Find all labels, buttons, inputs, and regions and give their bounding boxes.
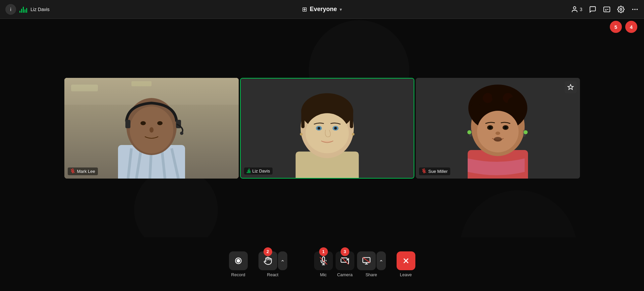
top-bar: i Liz Davis ⊞ Everyone ▾ 3 — [0, 0, 644, 19]
react-badge: 2 — [264, 247, 272, 256]
top-bar-center: ⊞ Everyone ▾ — [302, 6, 342, 13]
liz-active-mic — [247, 168, 250, 173]
leave-group: Leave — [397, 251, 415, 277]
svg-point-5 — [637, 9, 638, 10]
participants-count: 3 — [580, 7, 582, 12]
badge-5[interactable]: 5 — [610, 21, 622, 33]
svg-point-57 — [489, 126, 491, 129]
share-button[interactable] — [357, 251, 376, 270]
settings-icon[interactable] — [617, 6, 625, 13]
react-btn-row: 2 — [258, 251, 287, 270]
share-btn-row — [357, 251, 386, 270]
camera-badge: 3 — [341, 247, 349, 256]
svg-point-38 — [317, 127, 320, 130]
info-icon[interactable]: i — [5, 4, 16, 15]
svg-rect-32 — [301, 108, 304, 128]
svg-point-3 — [632, 9, 634, 10]
react-chevron[interactable] — [278, 251, 287, 270]
svg-point-52 — [471, 103, 481, 114]
share-chevron[interactable] — [376, 251, 386, 270]
svg-point-59 — [495, 132, 500, 135]
svg-point-20 — [140, 121, 146, 125]
mic-bar-3 — [249, 168, 249, 173]
video-tile-mark: Mark Lee — [64, 78, 239, 179]
everyone-label[interactable]: Everyone — [310, 6, 337, 13]
svg-point-62 — [467, 130, 471, 134]
svg-point-4 — [634, 9, 636, 10]
svg-point-48 — [483, 93, 493, 103]
svg-point-64 — [524, 130, 528, 134]
react-label: React — [267, 272, 279, 277]
sue-photo — [416, 78, 580, 179]
bottom-toolbar: Record 2 React — [0, 237, 644, 291]
react-group: 2 React — [258, 251, 287, 277]
camera-label: Camera — [337, 272, 352, 277]
top-bar-right: 3 — [342, 6, 639, 13]
leave-button[interactable] — [397, 251, 415, 270]
svg-rect-33 — [350, 108, 353, 128]
liz-name: Liz Davis — [252, 168, 270, 174]
svg-point-49 — [492, 90, 504, 102]
mark-label: Mark Lee — [68, 167, 98, 175]
svg-point-2 — [620, 8, 622, 10]
react-button[interactable]: 2 — [258, 251, 277, 270]
svg-point-41 — [352, 133, 354, 135]
info-icon-label: i — [10, 7, 11, 12]
participants-icon[interactable]: 3 — [571, 6, 582, 13]
chevron-down-icon[interactable]: ▾ — [340, 7, 342, 12]
audio-bar-5 — [26, 8, 27, 13]
badge-area: 5 4 — [610, 21, 637, 33]
svg-point-58 — [504, 126, 507, 129]
camera-btn-row: 3 — [336, 251, 354, 270]
video-area: Mark Lee — [0, 19, 644, 237]
video-tile-sue: Sue Miller — [416, 78, 580, 179]
svg-point-22 — [150, 127, 154, 133]
badge-4[interactable]: 4 — [625, 21, 637, 33]
sue-name: Sue Miller — [428, 169, 448, 174]
svg-point-60 — [494, 137, 502, 142]
leave-label: Leave — [400, 272, 412, 277]
sue-mute-icon — [422, 168, 426, 174]
sue-label: Sue Miller — [419, 167, 451, 175]
record-btn-row — [229, 251, 248, 270]
mic-btn-row: 1 — [314, 251, 333, 270]
audio-bar-4 — [24, 9, 25, 13]
share-group: Share — [357, 251, 386, 277]
svg-point-21 — [157, 121, 163, 125]
mic-bar-4 — [250, 171, 250, 173]
svg-point-67 — [237, 259, 240, 262]
audio-bar-2 — [21, 9, 22, 13]
mic-bar-1 — [247, 172, 247, 173]
mic-bar-2 — [248, 170, 248, 173]
pin-button[interactable] — [565, 81, 577, 93]
chat-icon[interactable] — [589, 6, 596, 13]
camera-button[interactable]: 3 — [336, 251, 354, 270]
grid-icon: ⊞ — [302, 6, 307, 13]
mic-label: Mic — [320, 272, 327, 277]
liz-label: Liz Davis — [244, 167, 273, 175]
video-tile-liz: Liz Davis — [240, 78, 414, 179]
record-group: Record — [229, 251, 248, 277]
liz-photo — [241, 79, 414, 178]
audio-bar-3 — [23, 7, 24, 13]
leave-btn-row — [397, 251, 415, 270]
audio-bar-1 — [19, 11, 20, 13]
record-button[interactable] — [229, 251, 248, 270]
mark-name: Mark Lee — [77, 169, 95, 174]
svg-point-35 — [305, 113, 349, 153]
svg-line-69 — [341, 257, 349, 264]
mic-group: 1 Mic — [314, 251, 333, 277]
camera-group: 3 Camera — [336, 251, 354, 277]
mic-badge: 1 — [319, 247, 328, 256]
mic-button[interactable]: 1 — [314, 251, 333, 270]
mark-mute-icon — [70, 168, 75, 174]
captions-icon[interactable] — [603, 6, 610, 13]
svg-point-53 — [515, 103, 526, 114]
svg-rect-23 — [125, 120, 130, 128]
mark-photo — [64, 78, 239, 179]
svg-point-0 — [574, 6, 576, 9]
svg-point-25 — [180, 132, 183, 135]
top-bar-left: i Liz Davis — [5, 4, 302, 15]
record-label: Record — [231, 272, 245, 277]
more-options-icon[interactable] — [631, 6, 639, 13]
